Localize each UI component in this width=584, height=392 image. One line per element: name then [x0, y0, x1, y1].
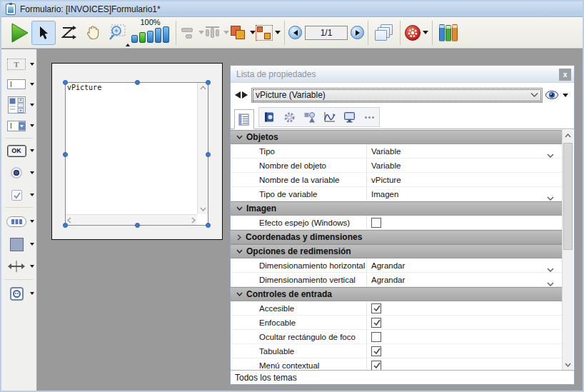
rectangle-icon: [10, 238, 24, 251]
tab-objects[interactable]: [259, 108, 279, 126]
next-page-button[interactable]: [351, 26, 364, 39]
checkbox-tool[interactable]: [1, 185, 36, 205]
form-page[interactable]: vPicture: [51, 63, 223, 240]
shields-button[interactable]: [404, 21, 428, 45]
property-row-menu-contextual: Menú contextual: [231, 358, 563, 371]
property-value[interactable]: [366, 330, 563, 343]
tab-shapes[interactable]: [299, 108, 319, 126]
scroll-down-button[interactable]: [563, 359, 573, 371]
radio-button-tool[interactable]: [1, 161, 36, 185]
selection-handle[interactable]: [206, 80, 211, 85]
checkbox-checked[interactable]: [371, 318, 381, 328]
selection-handle[interactable]: [135, 223, 140, 228]
previous-page-button[interactable]: [288, 26, 302, 39]
checkbox-unchecked[interactable]: [371, 332, 381, 342]
rectangle-tool[interactable]: [1, 233, 36, 256]
rectangle-tool-menu-arrow[interactable]: [30, 243, 34, 246]
property-value[interactable]: Agrandar: [366, 258, 563, 272]
text-tool-icon: T: [7, 59, 26, 70]
property-value[interactable]: [366, 344, 563, 358]
object-horizontal-scrollbar[interactable]: [66, 214, 197, 225]
selection-handle[interactable]: [63, 152, 68, 157]
property-value[interactable]: Variable: [366, 159, 563, 172]
property-value[interactable]: [366, 301, 563, 315]
property-value[interactable]: Variable: [366, 144, 563, 158]
input-tool-menu-arrow[interactable]: [30, 83, 34, 86]
property-value[interactable]: [366, 316, 563, 329]
property-value[interactable]: Imagen: [366, 187, 563, 201]
section-header-objetos[interactable]: Objetos: [231, 130, 563, 144]
close-icon[interactable]: x: [559, 69, 571, 81]
list-box-tool-menu-arrow[interactable]: [30, 104, 34, 106]
scrollbar-thumb[interactable]: [563, 143, 573, 250]
object-selector-dropdown[interactable]: vPicture (Variable): [251, 88, 543, 103]
panel-scrollbar[interactable]: [562, 130, 573, 371]
selection-handle[interactable]: [63, 223, 68, 228]
page-indicator[interactable]: 1/1: [305, 26, 348, 40]
selection-handle[interactable]: [63, 80, 68, 85]
magnifier-icon: [107, 24, 126, 41]
checkbox-checked[interactable]: [371, 361, 381, 371]
zoom-level-widget[interactable]: 100%: [131, 19, 169, 46]
plugin-area-tool-menu-arrow[interactable]: [30, 292, 34, 295]
tab-all-properties[interactable]: [234, 109, 254, 129]
form-pages-button[interactable]: [372, 21, 396, 45]
selection-handle[interactable]: [135, 80, 140, 85]
layering-tool-button[interactable]: [229, 21, 256, 45]
property-value[interactable]: [366, 216, 563, 229]
radio-button-tool-menu-arrow[interactable]: [30, 171, 34, 174]
property-value[interactable]: vPicture: [366, 173, 563, 186]
books-icon: [439, 24, 458, 41]
tab-events[interactable]: [319, 108, 339, 126]
entry-order-tool-button[interactable]: [56, 21, 80, 45]
button-tool-menu-arrow[interactable]: [30, 149, 34, 152]
library-button[interactable]: [436, 21, 460, 45]
list-box-tool[interactable]: [1, 94, 36, 116]
section-header-controles-de-entrada[interactable]: Controles de entrada: [231, 287, 563, 301]
input-tool[interactable]: I: [1, 74, 36, 94]
tab-more[interactable]: [359, 108, 379, 126]
property-row-tipo-de-variable: Tipo de variableImagen: [231, 187, 563, 201]
text-tool-menu-arrow[interactable]: [30, 63, 34, 66]
property-label: Tipo de variable: [231, 190, 366, 198]
next-object-button[interactable]: [242, 91, 248, 99]
theme-filter-bar[interactable]: Todos los temas: [231, 370, 574, 384]
splitter-tool[interactable]: [1, 256, 36, 277]
section-header-opciones-de-redimension[interactable]: Opciones de redimensión: [231, 244, 563, 258]
button-tool[interactable]: OK: [1, 141, 36, 161]
previous-object-button[interactable]: [235, 91, 241, 99]
property-value[interactable]: Agrandar: [366, 273, 563, 286]
combo-box-tool[interactable]: I: [1, 116, 36, 136]
text-tool[interactable]: T: [1, 54, 36, 74]
dropdown-chevron-icon[interactable]: [547, 277, 554, 290]
tab-display[interactable]: [339, 108, 359, 126]
checkbox-checked[interactable]: [371, 303, 381, 313]
badges-tool-button[interactable]: [256, 21, 281, 45]
combo-box-tool-menu-arrow[interactable]: [30, 124, 34, 127]
hand-tool-button[interactable]: [80, 21, 104, 45]
zoom-bars-icon[interactable]: [131, 26, 169, 43]
display-options-button[interactable]: [545, 90, 568, 100]
property-value[interactable]: [366, 358, 563, 371]
splitter-tool-menu-arrow[interactable]: [30, 265, 34, 268]
section-header-imagen[interactable]: Imagen: [231, 201, 563, 216]
checkbox-unchecked[interactable]: [371, 218, 381, 228]
button-grid-tool[interactable]: [1, 210, 36, 233]
tab-options[interactable]: [279, 108, 299, 126]
section-header-coordenadas-y-dimensiones[interactable]: Coordenadas y dimensiones: [231, 230, 563, 244]
checkbox-tool-menu-arrow[interactable]: [30, 194, 34, 196]
selection-handle[interactable]: [206, 223, 211, 228]
dropdown-chevron-icon[interactable]: [547, 191, 554, 204]
selection-handle[interactable]: [206, 152, 211, 157]
hand-icon: [84, 24, 101, 41]
run-form-button[interactable]: [7, 21, 31, 45]
selection-tool-button[interactable]: [31, 21, 56, 45]
scroll-up-button[interactable]: [563, 130, 573, 141]
picture-variable-object[interactable]: vPicture: [65, 82, 208, 226]
play-icon: [9, 21, 30, 44]
object-vertical-scrollbar[interactable]: [197, 83, 208, 214]
plugin-area-tool[interactable]: [1, 282, 36, 305]
zoom-tool-button[interactable]: [104, 21, 129, 45]
button-grid-tool-menu-arrow[interactable]: [30, 220, 34, 223]
checkbox-checked[interactable]: [371, 346, 381, 356]
